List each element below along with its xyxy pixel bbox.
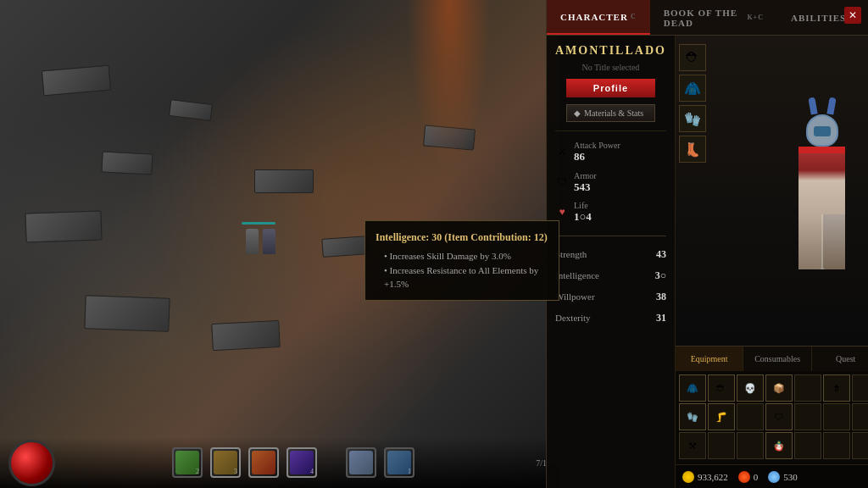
equip-cell[interactable]: 🪆 [765, 432, 793, 459]
char-head [806, 114, 838, 147]
equip-cell[interactable] [852, 374, 868, 402]
character-name: AMONTILLADO [555, 44, 666, 58]
character-model-area: ⛑ 🧥 🧤 👢 [676, 36, 868, 346]
equip-cell[interactable] [823, 432, 850, 459]
equip-cell[interactable] [823, 403, 850, 430]
fire-icon [738, 471, 750, 483]
tooltip-bullet-1: • Increases Skill Damage by 3.0% [376, 249, 548, 263]
equip-row-3: ⚒ 🪆 [679, 432, 868, 459]
stone-block [321, 236, 369, 258]
section-divider [555, 236, 666, 236]
hud-bar: 2 3 4 1 7/1 [0, 437, 559, 488]
attack-power-icon: ⚔ [555, 146, 569, 159]
character-panel: CHARACTER C BOOK OF THE DEAD K+C ABILITI… [546, 0, 868, 488]
materials-button[interactable]: ◆ Materials & Stats [566, 104, 655, 122]
gem-currency: 530 [768, 471, 798, 483]
char-body [798, 147, 845, 214]
equip-cell[interactable]: 🧤 [679, 403, 706, 430]
equip-row-1: 🧥 ⛑ 💀 📦 🗡 ⚙ [679, 374, 868, 402]
equip-cell[interactable]: 🧥 [679, 374, 706, 402]
boots-slot[interactable]: 👢 [679, 136, 706, 163]
coin-icon [682, 471, 694, 483]
skill-slot-5[interactable] [346, 447, 376, 478]
gloves-slot[interactable]: 🧤 [679, 105, 706, 132]
chest-slot[interactable]: 🧥 [679, 75, 706, 102]
skill-slot-2[interactable]: 3 [210, 447, 241, 478]
stat-tooltip: Intelligence: 30 (Item Contribution: 12)… [364, 220, 559, 301]
fire-currency: 0 [738, 471, 759, 483]
equip-row-2: 🧤 🦵 🛡 [679, 403, 868, 430]
equip-cell[interactable]: 🦵 [708, 403, 735, 430]
tooltip-title: Intelligence: 30 (Item Contribution: 12) [376, 230, 548, 245]
divider-1 [555, 130, 666, 131]
equip-cell[interactable]: ⚒ [679, 432, 706, 459]
tab-quest[interactable]: Quest [812, 347, 868, 371]
equip-cell[interactable]: 💀 [737, 374, 764, 402]
tab-character[interactable]: CHARACTER C [547, 0, 650, 35]
model-column: ⛑ 🧥 🧤 👢 [676, 36, 868, 488]
left-equip-slots: ⛑ 🧥 🧤 👢 [679, 44, 706, 163]
equip-cell[interactable] [794, 403, 821, 430]
tab-book-of-dead[interactable]: BOOK OF THE DEAD K+C [650, 0, 777, 35]
stone-block [211, 320, 281, 351]
combat-area [237, 229, 288, 263]
stone-block [254, 169, 314, 193]
stats-column: AMONTILLADO No Title selected Profile ◆ … [547, 36, 676, 488]
attack-power-row: ⚔ Attack Power 86 [555, 140, 666, 165]
char-horns [805, 97, 839, 114]
equip-cell[interactable]: 📦 [765, 374, 793, 402]
stone-block [101, 151, 153, 175]
char-legs [798, 214, 845, 269]
equipment-grid: 🧥 ⛑ 💀 📦 🗡 ⚙ 🧤 🦵 🛡 [676, 371, 868, 464]
health-orb [8, 440, 55, 486]
life-icon: ♥ [555, 206, 569, 219]
equip-cell[interactable]: ⛑ [708, 374, 735, 402]
tab-equipment[interactable]: Equipment [676, 347, 744, 371]
armor-row: 🛡 Armor 543 [555, 170, 666, 196]
equip-cell[interactable]: 🗡 [823, 374, 850, 402]
skill-slot-1[interactable]: 2 [172, 447, 203, 478]
helm-slot[interactable]: ⛑ [679, 44, 706, 71]
tooltip-bullet-2: • Increases Resistance to All Elements b… [376, 263, 548, 291]
gem-icon [768, 471, 780, 483]
equip-cell[interactable] [794, 374, 821, 402]
game-world: Intelligence: 30 (Item Contribution: 12)… [0, 0, 559, 488]
armor-icon: 🛡 [555, 175, 569, 189]
panel-content: AMONTILLADO No Title selected Profile ◆ … [547, 36, 868, 488]
close-button[interactable]: ✕ [844, 7, 861, 24]
equip-cell[interactable] [852, 432, 868, 459]
gold-currency: 933,622 [682, 471, 728, 483]
stone-block [84, 295, 170, 331]
life-row: ♥ Life 1○4 [555, 200, 666, 225]
skill-slot-3[interactable] [248, 447, 279, 478]
strength-row: Strength 43 [555, 247, 666, 263]
character-subtitle: No Title selected [555, 63, 666, 72]
diamond-icon: ◆ [574, 108, 581, 118]
skill-slot-6[interactable]: 1 [384, 447, 415, 478]
character-figure [771, 97, 868, 284]
fire-glow [407, 0, 492, 169]
char-mask [814, 126, 831, 136]
stone-block [25, 210, 102, 242]
panel-tabs: CHARACTER C BOOK OF THE DEAD K+C ABILITI… [547, 0, 868, 36]
equip-cell[interactable] [737, 403, 764, 430]
skill-slot-4[interactable]: 4 [287, 447, 317, 478]
intelligence-row: Intelligence 3○ [555, 268, 666, 284]
equip-cell[interactable] [852, 403, 868, 430]
equip-cell[interactable]: 🛡 [765, 403, 793, 430]
equipment-tabs: Equipment Consumables Quest Aspects ⊞ [676, 346, 868, 371]
willpower-row: Willpower 38 [555, 289, 666, 305]
equip-cell[interactable] [794, 432, 821, 459]
equip-cell[interactable] [737, 432, 764, 459]
currency-bar: 933,622 0 530 [676, 464, 868, 488]
equip-cell[interactable] [708, 432, 735, 459]
dexterity-row: Dexterity 31 [555, 310, 666, 326]
tab-consumables[interactable]: Consumables [743, 347, 812, 371]
profile-button[interactable]: Profile [566, 79, 655, 97]
